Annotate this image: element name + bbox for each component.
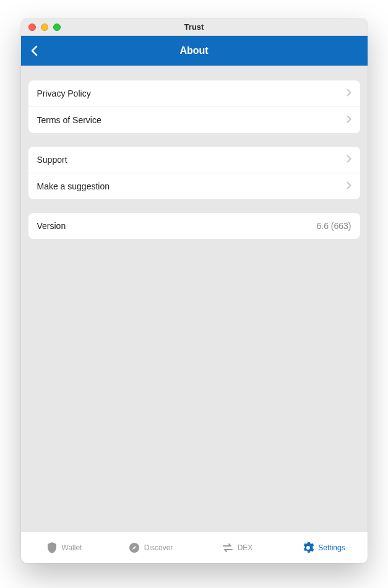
chevron-right-icon [347,115,351,125]
tab-label: DEX [238,543,253,552]
chevron-right-icon [347,89,351,98]
compass-icon [129,542,140,553]
row-label: Version [37,221,66,231]
chevron-right-icon [347,155,351,165]
app-window: Trust About Privacy Policy Terms of Serv… [21,19,368,563]
row-support[interactable]: Support [28,147,360,173]
list-group-support: Support Make a suggestion [28,147,360,199]
chevron-right-icon [347,181,351,191]
row-version: Version 6.6 (663) [28,213,360,239]
tab-dex[interactable]: DEX [194,532,281,563]
app-header: About [21,36,368,66]
row-privacy-policy[interactable]: Privacy Policy [28,80,360,107]
page-title: About [21,45,368,56]
row-label: Make a suggestion [37,181,110,191]
list-group-legal: Privacy Policy Terms of Service [28,80,360,133]
chevron-left-icon [31,45,38,56]
tab-label: Discover [144,543,173,552]
tab-bar: Wallet Discover DEX Settings [21,531,368,563]
row-label: Support [37,155,67,165]
tab-discover[interactable]: Discover [108,532,194,563]
svg-point-2 [307,546,309,548]
gear-icon [303,542,314,553]
back-button[interactable] [21,36,48,66]
shield-icon [46,542,58,553]
tab-wallet[interactable]: Wallet [21,532,108,563]
row-label: Terms of Service [37,115,101,125]
list-group-version: Version 6.6 (663) [28,213,360,239]
tab-label: Wallet [62,543,82,552]
tab-label: Settings [318,543,345,552]
tab-settings[interactable]: Settings [281,532,368,563]
swap-icon [222,542,233,553]
version-value: 6.6 (663) [316,221,351,231]
titlebar: Trust [21,19,368,36]
row-suggestion[interactable]: Make a suggestion [28,173,360,199]
window-title: Trust [21,22,368,32]
row-label: Privacy Policy [37,89,91,98]
content-area: Privacy Policy Terms of Service Support [21,66,368,531]
row-terms-of-service[interactable]: Terms of Service [28,107,360,133]
